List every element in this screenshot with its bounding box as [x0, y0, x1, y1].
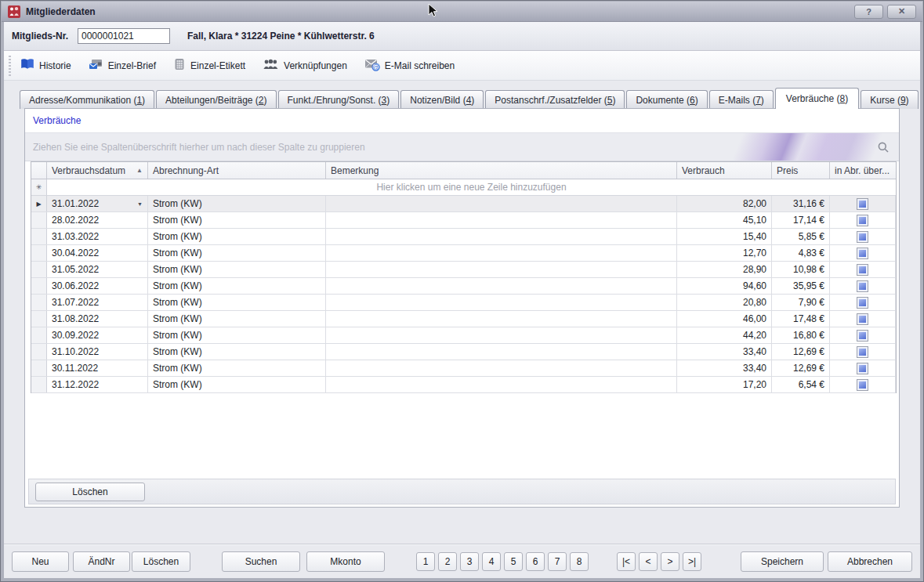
neu-button[interactable]: Neu — [12, 551, 69, 572]
cell-verbrauch[interactable]: 15,40 — [677, 229, 772, 244]
nav-prev-button[interactable]: < — [639, 552, 658, 571]
cell-verbrauchsdatum[interactable]: 31.01.2022▼ — [47, 196, 148, 211]
table-row[interactable]: ▶31.01.2022▼Strom (KW)82,0031,16 € — [31, 196, 896, 212]
toolbar-drag-handle[interactable] — [9, 56, 11, 76]
cell-bemerkung[interactable] — [326, 278, 677, 294]
aendnr-button[interactable]: ÄndNr — [73, 551, 130, 572]
cell-bemerkung[interactable] — [326, 327, 677, 343]
email-schreiben-button[interactable]: @ E-Mail schreiben — [364, 58, 455, 74]
cell-verbrauchsdatum[interactable]: 31.12.2022 — [47, 377, 148, 392]
billing-flag-icon[interactable] — [857, 330, 868, 342]
cell-abrechnung-art[interactable]: Strom (KW) — [148, 344, 326, 360]
cell-abrechnung-art[interactable]: Strom (KW) — [148, 212, 326, 228]
date-dropdown-icon[interactable]: ▼ — [137, 201, 143, 207]
billing-flag-icon[interactable] — [857, 313, 868, 325]
cell-verbrauch[interactable]: 94,60 — [677, 278, 772, 294]
cell-in-abr-ueber[interactable] — [830, 196, 896, 211]
cell-verbrauch[interactable]: 46,00 — [677, 311, 772, 327]
title-bar[interactable]: Mitgliederdaten ? ✕ — [2, 2, 922, 22]
cell-preis[interactable]: 12,69 € — [772, 344, 830, 360]
cell-in-abr-ueber[interactable] — [830, 360, 896, 376]
cell-abrechnung-art[interactable]: Strom (KW) — [148, 295, 326, 310]
table-row[interactable]: 30.06.2022Strom (KW)94,6035,95 € — [31, 278, 896, 295]
verknuepfungen-button[interactable]: Verknüpfungen — [263, 58, 347, 73]
member-number-input[interactable] — [78, 28, 170, 44]
table-row[interactable]: 28.02.2022Strom (KW)45,1017,14 € — [31, 212, 896, 229]
cell-preis[interactable]: 17,48 € — [772, 311, 830, 327]
table-row[interactable]: 31.03.2022Strom (KW)15,405,85 € — [31, 229, 896, 245]
suchen-button[interactable]: Suchen — [222, 551, 300, 572]
close-button[interactable]: ✕ — [887, 5, 916, 19]
table-row[interactable]: 30.11.2022Strom (KW)33,4012,69 € — [31, 360, 896, 377]
page-button-1[interactable]: 1 — [416, 552, 435, 571]
column-header-verbrauch[interactable]: Verbrauch — [677, 162, 772, 179]
table-row[interactable]: 31.12.2022Strom (KW)17,206,54 € — [31, 377, 896, 393]
cell-bemerkung[interactable] — [326, 245, 677, 261]
column-header-verbrauchsdatum[interactable]: Verbrauchsdatum ▲ — [47, 162, 148, 179]
billing-flag-icon[interactable] — [857, 346, 868, 358]
cell-in-abr-ueber[interactable] — [830, 212, 896, 228]
cell-in-abr-ueber[interactable] — [830, 344, 896, 360]
tab-1[interactable]: Adresse/Kommunikation (1) — [20, 90, 154, 109]
column-header-abrechnung-art[interactable]: Abrechnung-Art — [148, 162, 326, 179]
cell-in-abr-ueber[interactable] — [830, 377, 896, 392]
table-row[interactable]: 30.09.2022Strom (KW)44,2016,80 € — [31, 327, 896, 344]
cell-bemerkung[interactable] — [326, 229, 677, 244]
cell-in-abr-ueber[interactable] — [830, 327, 896, 343]
cell-abrechnung-art[interactable]: Strom (KW) — [148, 327, 326, 343]
cell-in-abr-ueber[interactable] — [830, 229, 896, 244]
cell-preis[interactable]: 12,69 € — [772, 360, 830, 376]
column-header-preis[interactable]: Preis — [772, 162, 830, 179]
mkonto-button[interactable]: Mkonto — [306, 551, 385, 572]
loeschen-button[interactable]: Löschen — [132, 551, 190, 572]
cell-verbrauchsdatum[interactable]: 31.07.2022 — [47, 295, 148, 310]
cell-verbrauch[interactable]: 28,90 — [677, 262, 772, 277]
search-icon[interactable] — [877, 141, 890, 156]
cell-abrechnung-art[interactable]: Strom (KW) — [148, 229, 326, 244]
cell-verbrauch[interactable]: 33,40 — [677, 360, 772, 376]
cell-verbrauch[interactable]: 33,40 — [677, 344, 772, 360]
cell-verbrauchsdatum[interactable]: 30.11.2022 — [47, 360, 148, 376]
cell-verbrauchsdatum[interactable]: 30.06.2022 — [47, 278, 148, 294]
cell-abrechnung-art[interactable]: Strom (KW) — [148, 196, 326, 211]
billing-flag-icon[interactable] — [857, 264, 868, 276]
billing-flag-icon[interactable] — [857, 379, 868, 391]
page-button-6[interactable]: 6 — [526, 552, 545, 571]
einzel-etikett-button[interactable]: Einzel-Etikett — [173, 58, 245, 73]
tab-9[interactable]: Kurse (9) — [861, 90, 918, 109]
cell-verbrauch[interactable]: 82,00 — [677, 196, 772, 211]
cell-verbrauchsdatum[interactable]: 31.08.2022 — [47, 311, 148, 327]
billing-flag-icon[interactable] — [857, 215, 868, 226]
table-row[interactable]: 31.05.2022Strom (KW)28,9010,98 € — [31, 262, 896, 278]
billing-flag-icon[interactable] — [857, 248, 868, 259]
cell-abrechnung-art[interactable]: Strom (KW) — [148, 245, 326, 261]
cell-in-abr-ueber[interactable] — [830, 311, 896, 327]
nav-last-button[interactable]: >| — [683, 552, 701, 571]
cell-preis[interactable]: 5,85 € — [772, 229, 830, 244]
billing-flag-icon[interactable] — [857, 297, 868, 309]
nav-next-button[interactable]: > — [661, 552, 679, 571]
cell-verbrauchsdatum[interactable]: 31.10.2022 — [47, 344, 148, 360]
cell-bemerkung[interactable] — [326, 212, 677, 228]
cell-verbrauch[interactable]: 12,70 — [677, 245, 772, 261]
page-button-4[interactable]: 4 — [482, 552, 501, 571]
cell-preis[interactable]: 31,16 € — [772, 196, 830, 211]
cell-abrechnung-art[interactable]: Strom (KW) — [148, 311, 326, 327]
billing-flag-icon[interactable] — [857, 198, 868, 210]
panel-delete-button[interactable]: Löschen — [35, 483, 145, 501]
tab-6[interactable]: Dokumente (6) — [626, 90, 707, 109]
cell-verbrauchsdatum[interactable]: 30.09.2022 — [47, 327, 148, 343]
cell-verbrauchsdatum[interactable]: 31.03.2022 — [47, 229, 148, 244]
speichern-button[interactable]: Speichern — [741, 551, 824, 572]
historie-button[interactable]: Historie — [20, 58, 71, 73]
group-by-bar[interactable]: Ziehen Sie eine Spaltenüberschrift hierh… — [25, 133, 899, 161]
abbrechen-button[interactable]: Abbrechen — [828, 551, 912, 572]
tab-3[interactable]: Funkt./Ehrung/Sonst. (3) — [278, 90, 400, 109]
page-button-2[interactable]: 2 — [438, 552, 457, 571]
cell-preis[interactable]: 16,80 € — [772, 327, 830, 343]
cell-in-abr-ueber[interactable] — [830, 278, 896, 294]
cell-in-abr-ueber[interactable] — [830, 295, 896, 310]
cell-preis[interactable]: 4,83 € — [772, 245, 830, 261]
cell-verbrauchsdatum[interactable]: 28.02.2022 — [47, 212, 148, 228]
page-button-8[interactable]: 8 — [570, 552, 589, 571]
